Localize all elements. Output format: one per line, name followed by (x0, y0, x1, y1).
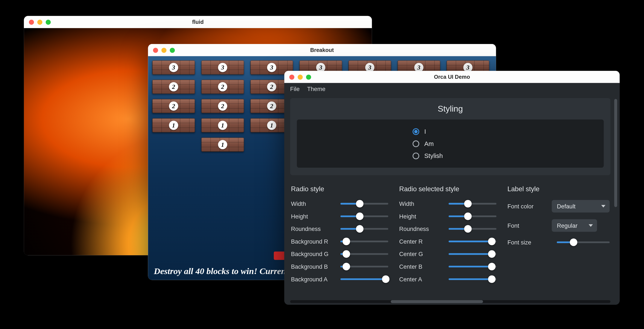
slider-row: Background A (291, 275, 388, 283)
slider-thumb[interactable] (342, 263, 350, 270)
brick-value: 2 (267, 102, 276, 111)
slider-track[interactable] (449, 278, 496, 280)
radio-label: Am (424, 140, 434, 147)
window-title: fluid (29, 19, 367, 25)
radio-icon (412, 128, 419, 135)
radio-option[interactable]: Stylish (412, 152, 488, 159)
zoom-icon[interactable] (46, 20, 51, 24)
slider-track[interactable] (340, 253, 388, 255)
minimize-icon[interactable] (298, 74, 303, 80)
slider-track[interactable] (340, 240, 388, 242)
menu-file[interactable]: File (290, 86, 300, 92)
chevron-down-icon (589, 224, 593, 227)
slider-thumb[interactable] (356, 200, 364, 208)
slider-thumb[interactable] (342, 238, 350, 245)
window-title: Orca UI Demo (289, 74, 615, 80)
font-dropdown[interactable]: Regular (552, 219, 597, 232)
close-icon[interactable] (153, 48, 158, 52)
slider-track[interactable] (340, 266, 388, 268)
slider-track[interactable] (340, 203, 388, 204)
slider-row: Background R (291, 237, 388, 246)
slider-thumb[interactable] (356, 225, 364, 233)
column-radio-selected-style: Radio selected style WidthHeightRoundnes… (399, 185, 496, 288)
slider-label: Background A (291, 276, 336, 282)
zoom-icon[interactable] (170, 48, 175, 52)
brick-value: 2 (218, 102, 227, 111)
slider-label: Center A (399, 276, 444, 282)
dropdown-value: Regular (557, 222, 578, 229)
scrollbar-vertical[interactable] (614, 99, 617, 207)
font-size-label: Font size (508, 239, 553, 246)
slider-row: Center A (399, 275, 496, 283)
font-label: Font (508, 222, 548, 229)
slider-thumb[interactable] (488, 250, 496, 258)
slider-row: Center G (399, 250, 496, 258)
brick-value: 1 (169, 121, 178, 130)
brick-value: 1 (218, 121, 227, 130)
brick: 1 (152, 118, 195, 132)
slider-thumb[interactable] (570, 238, 578, 246)
slider-label: Background B (291, 263, 336, 270)
brick: 2 (152, 99, 195, 113)
close-icon[interactable] (289, 74, 294, 80)
brick: 3 (201, 60, 244, 74)
radio-option[interactable]: I (412, 128, 488, 135)
slider-thumb[interactable] (356, 212, 364, 220)
slider-thumb[interactable] (464, 225, 472, 233)
slider-track[interactable] (340, 228, 388, 230)
close-icon[interactable] (29, 20, 34, 24)
slider-thumb[interactable] (464, 200, 472, 208)
slider-row: Roundness (399, 225, 496, 233)
chevron-down-icon (601, 205, 606, 208)
brick: 2 (152, 80, 195, 94)
brick-value: 1 (218, 140, 227, 149)
brick-value: 3 (267, 63, 276, 72)
zoom-icon[interactable] (306, 74, 311, 80)
brick-value: 2 (218, 82, 227, 92)
slider-track[interactable] (449, 266, 496, 268)
radio-icon (412, 140, 419, 147)
slider-thumb[interactable] (342, 250, 350, 258)
slider-thumb[interactable] (382, 275, 390, 283)
titlebar-orca[interactable]: Orca UI Demo (284, 71, 620, 83)
font-size-slider[interactable] (557, 242, 610, 243)
slider-label: Roundness (399, 226, 444, 232)
slider-label: Width (291, 200, 336, 207)
radio-icon (412, 152, 419, 159)
dropdown-value: Default (557, 203, 576, 210)
titlebar-breakout[interactable]: Breakout (148, 44, 496, 56)
slider-thumb[interactable] (464, 212, 472, 220)
slider-label: Center B (399, 263, 444, 270)
slider-track[interactable] (449, 253, 496, 255)
slider-label: Background R (291, 238, 336, 245)
minimize-icon[interactable] (162, 48, 166, 52)
brick-value: 2 (169, 102, 178, 111)
menu-theme[interactable]: Theme (307, 86, 326, 92)
window-orca: Orca UI Demo File Theme Styling IAmStyli… (284, 71, 620, 305)
slider-thumb[interactable] (488, 263, 496, 270)
slider-label: Width (399, 200, 444, 207)
font-color-dropdown[interactable]: Default (552, 200, 610, 213)
slider-track[interactable] (340, 278, 388, 280)
titlebar-fluid[interactable]: fluid (24, 16, 372, 28)
slider-track[interactable] (449, 228, 496, 230)
brick: 2 (201, 80, 244, 94)
slider-row: Center B (399, 262, 496, 271)
scrollbar-thumb[interactable] (391, 300, 483, 303)
menubar: File Theme (284, 83, 620, 95)
slider-track[interactable] (449, 216, 496, 217)
slider-track[interactable] (449, 240, 496, 242)
radio-option[interactable]: Am (412, 140, 488, 147)
brick: 3 (152, 60, 195, 74)
window-title: Breakout (153, 47, 491, 53)
minimize-icon[interactable] (37, 20, 42, 24)
slider-thumb[interactable] (488, 238, 496, 245)
panel-title: Styling (290, 104, 610, 114)
font-color-label: Font color (508, 203, 548, 210)
slider-track[interactable] (340, 216, 388, 217)
column-heading: Radio selected style (399, 185, 496, 193)
slider-label: Background G (291, 251, 336, 257)
slider-track[interactable] (449, 203, 496, 204)
slider-thumb[interactable] (488, 275, 496, 283)
scrollbar-horizontal[interactable] (290, 300, 610, 303)
